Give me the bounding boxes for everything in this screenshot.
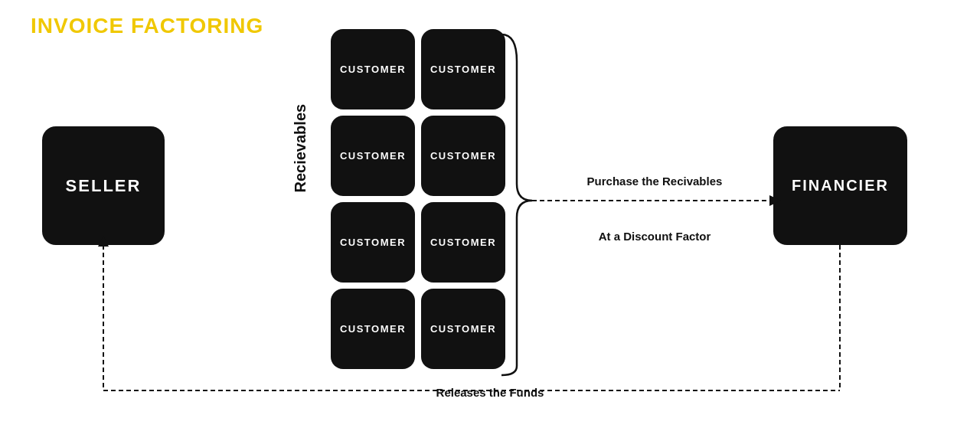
customer-row-1: CUSTOMER CUSTOMER bbox=[331, 29, 505, 109]
page-title: INVOICE FACTORING bbox=[31, 14, 263, 38]
customer-box-1-2: CUSTOMER bbox=[421, 29, 505, 109]
customer-box-2-2: CUSTOMER bbox=[421, 116, 505, 196]
releases-label: Releases the Funds bbox=[0, 386, 980, 399]
customer-row-3: CUSTOMER CUSTOMER bbox=[331, 202, 505, 283]
customer-row-4: CUSTOMER CUSTOMER bbox=[331, 289, 505, 369]
customer-box-3-1: CUSTOMER bbox=[331, 202, 415, 283]
customer-box-1-1: CUSTOMER bbox=[331, 29, 415, 109]
discount-text: At a Discount Factor bbox=[551, 230, 758, 243]
customer-grid: CUSTOMER CUSTOMER CUSTOMER CUSTOMER CUST… bbox=[331, 29, 505, 369]
customer-row-2: CUSTOMER CUSTOMER bbox=[331, 116, 505, 196]
customer-box-4-1: CUSTOMER bbox=[331, 289, 415, 369]
seller-box: SELLER bbox=[42, 126, 165, 245]
purchase-text: Purchase the Recivables bbox=[551, 175, 758, 188]
seller-label: SELLER bbox=[66, 176, 142, 196]
financier-box: FINANCIER bbox=[773, 126, 907, 245]
receivables-label: Recievables bbox=[292, 104, 309, 193]
customer-box-3-2: CUSTOMER bbox=[421, 202, 505, 283]
diagram-container: INVOICE FACTORING SELLER Recievables CUS… bbox=[0, 0, 980, 428]
customer-box-4-2: CUSTOMER bbox=[421, 289, 505, 369]
customer-box-2-1: CUSTOMER bbox=[331, 116, 415, 196]
financier-label: FINANCIER bbox=[792, 177, 889, 194]
